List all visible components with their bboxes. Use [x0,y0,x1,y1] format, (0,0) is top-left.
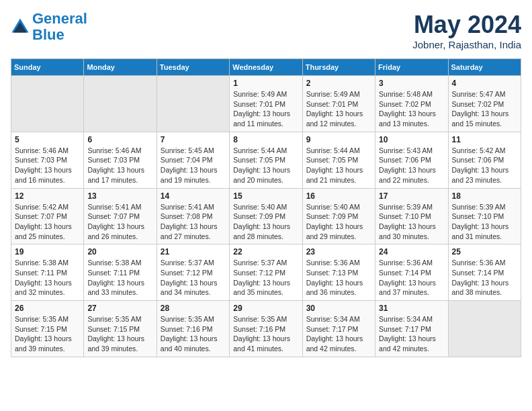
day-cell-3: 3Sunrise: 5:48 AM Sunset: 7:02 PM Daylig… [375,76,448,132]
day-cell-23: 23Sunrise: 5:36 AM Sunset: 7:13 PM Dayli… [302,244,375,301]
day-cell-13: 13Sunrise: 5:41 AM Sunset: 7:07 PM Dayli… [84,188,157,244]
day-number: 2 [306,79,371,88]
day-cell-28: 28Sunrise: 5:35 AM Sunset: 7:16 PM Dayli… [157,301,229,357]
calendar-week-4: 19Sunrise: 5:38 AM Sunset: 7:11 PM Dayli… [11,244,521,301]
day-info: Sunrise: 5:42 AM Sunset: 7:06 PM Dayligh… [452,146,517,185]
day-cell-2: 2Sunrise: 5:49 AM Sunset: 7:01 PM Daylig… [302,76,375,132]
day-info: Sunrise: 5:43 AM Sunset: 7:06 PM Dayligh… [379,146,444,185]
day-info: Sunrise: 5:45 AM Sunset: 7:04 PM Dayligh… [161,146,226,185]
day-info: Sunrise: 5:37 AM Sunset: 7:12 PM Dayligh… [233,258,298,298]
day-info: Sunrise: 5:34 AM Sunset: 7:17 PM Dayligh… [306,314,371,354]
day-number: 17 [379,191,444,201]
page-header: General Blue May 2024 Jobner, Rajasthan,… [11,11,521,50]
day-info: Sunrise: 5:48 AM Sunset: 7:02 PM Dayligh… [379,89,444,129]
day-info: Sunrise: 5:40 AM Sunset: 7:09 PM Dayligh… [233,202,298,242]
day-number: 28 [161,304,226,313]
calendar-table: SundayMondayTuesdayWednesdayThursdayFrid… [11,58,521,357]
day-info: Sunrise: 5:38 AM Sunset: 7:11 PM Dayligh… [87,258,152,298]
day-cell-27: 27Sunrise: 5:35 AM Sunset: 7:15 PM Dayli… [84,301,157,357]
day-number: 4 [452,79,517,88]
day-info: Sunrise: 5:36 AM Sunset: 7:14 PM Dayligh… [379,258,444,298]
logo-general: General [32,10,87,27]
day-cell-8: 8Sunrise: 5:44 AM Sunset: 7:05 PM Daylig… [230,132,302,188]
day-number: 21 [161,247,226,257]
empty-cell [84,76,157,132]
weekday-header-monday: Monday [84,59,157,76]
empty-cell [11,76,84,132]
day-cell-21: 21Sunrise: 5:37 AM Sunset: 7:12 PM Dayli… [157,244,229,301]
calendar-week-5: 26Sunrise: 5:35 AM Sunset: 7:15 PM Dayli… [11,301,521,357]
day-number: 24 [379,247,444,257]
day-info: Sunrise: 5:36 AM Sunset: 7:13 PM Dayligh… [306,258,371,298]
day-cell-18: 18Sunrise: 5:39 AM Sunset: 7:10 PM Dayli… [448,188,521,244]
month-title: May 2024 [412,11,521,39]
day-cell-4: 4Sunrise: 5:47 AM Sunset: 7:02 PM Daylig… [448,76,521,132]
calendar-week-2: 5Sunrise: 5:46 AM Sunset: 7:03 PM Daylig… [11,132,521,188]
day-number: 5 [15,135,80,144]
day-cell-17: 17Sunrise: 5:39 AM Sunset: 7:10 PM Dayli… [375,188,448,244]
day-number: 15 [233,191,298,201]
day-cell-16: 16Sunrise: 5:40 AM Sunset: 7:09 PM Dayli… [302,188,375,244]
weekday-header-tuesday: Tuesday [157,59,229,76]
day-cell-25: 25Sunrise: 5:36 AM Sunset: 7:14 PM Dayli… [448,244,521,301]
day-cell-29: 29Sunrise: 5:35 AM Sunset: 7:16 PM Dayli… [230,301,302,357]
location-title: Jobner, Rajasthan, India [412,39,521,50]
day-cell-5: 5Sunrise: 5:46 AM Sunset: 7:03 PM Daylig… [11,132,84,188]
day-cell-9: 9Sunrise: 5:44 AM Sunset: 7:05 PM Daylig… [302,132,375,188]
weekday-header-row: SundayMondayTuesdayWednesdayThursdayFrid… [11,59,521,76]
day-cell-20: 20Sunrise: 5:38 AM Sunset: 7:11 PM Dayli… [84,244,157,301]
day-cell-31: 31Sunrise: 5:34 AM Sunset: 7:17 PM Dayli… [375,301,448,357]
logo-blue: Blue [32,26,64,43]
day-number: 16 [306,191,371,201]
weekday-header-sunday: Sunday [11,59,84,76]
calendar-week-3: 12Sunrise: 5:42 AM Sunset: 7:07 PM Dayli… [11,188,521,244]
day-number: 22 [233,247,298,257]
day-number: 1 [233,79,298,88]
day-info: Sunrise: 5:36 AM Sunset: 7:14 PM Dayligh… [452,258,517,298]
day-cell-19: 19Sunrise: 5:38 AM Sunset: 7:11 PM Dayli… [11,244,84,301]
day-info: Sunrise: 5:49 AM Sunset: 7:01 PM Dayligh… [233,89,298,129]
day-info: Sunrise: 5:40 AM Sunset: 7:09 PM Dayligh… [306,202,371,242]
day-number: 23 [306,247,371,257]
day-info: Sunrise: 5:39 AM Sunset: 7:10 PM Dayligh… [452,202,517,242]
day-number: 29 [233,304,298,313]
day-info: Sunrise: 5:44 AM Sunset: 7:05 PM Dayligh… [306,146,371,185]
day-info: Sunrise: 5:39 AM Sunset: 7:10 PM Dayligh… [379,202,444,242]
day-cell-14: 14Sunrise: 5:41 AM Sunset: 7:08 PM Dayli… [157,188,229,244]
day-info: Sunrise: 5:42 AM Sunset: 7:07 PM Dayligh… [15,202,80,242]
day-number: 8 [233,135,298,144]
day-cell-10: 10Sunrise: 5:43 AM Sunset: 7:06 PM Dayli… [375,132,448,188]
day-info: Sunrise: 5:34 AM Sunset: 7:17 PM Dayligh… [379,314,444,354]
day-number: 6 [87,135,152,144]
day-cell-1: 1Sunrise: 5:49 AM Sunset: 7:01 PM Daylig… [230,76,302,132]
day-cell-30: 30Sunrise: 5:34 AM Sunset: 7:17 PM Dayli… [302,301,375,357]
day-number: 7 [161,135,226,144]
day-info: Sunrise: 5:41 AM Sunset: 7:07 PM Dayligh… [87,202,152,242]
day-cell-26: 26Sunrise: 5:35 AM Sunset: 7:15 PM Dayli… [11,301,84,357]
day-info: Sunrise: 5:46 AM Sunset: 7:03 PM Dayligh… [15,146,80,185]
day-info: Sunrise: 5:38 AM Sunset: 7:11 PM Dayligh… [15,258,80,298]
day-number: 20 [87,247,152,257]
day-info: Sunrise: 5:35 AM Sunset: 7:16 PM Dayligh… [233,314,298,354]
day-number: 27 [87,304,152,313]
weekday-header-friday: Friday [375,59,448,76]
day-cell-15: 15Sunrise: 5:40 AM Sunset: 7:09 PM Dayli… [230,188,302,244]
day-info: Sunrise: 5:35 AM Sunset: 7:16 PM Dayligh… [161,314,226,354]
day-number: 26 [15,304,80,313]
weekday-header-wednesday: Wednesday [230,59,302,76]
logo: General Blue [11,11,87,43]
day-info: Sunrise: 5:37 AM Sunset: 7:12 PM Dayligh… [161,258,226,298]
day-cell-11: 11Sunrise: 5:42 AM Sunset: 7:06 PM Dayli… [448,132,521,188]
day-number: 31 [379,304,444,313]
day-info: Sunrise: 5:35 AM Sunset: 7:15 PM Dayligh… [87,314,152,354]
day-info: Sunrise: 5:47 AM Sunset: 7:02 PM Dayligh… [452,89,517,129]
day-number: 18 [452,191,517,201]
day-info: Sunrise: 5:35 AM Sunset: 7:15 PM Dayligh… [15,314,80,354]
day-number: 9 [306,135,371,144]
title-block: May 2024 Jobner, Rajasthan, India [412,11,521,50]
day-number: 25 [452,247,517,257]
day-cell-6: 6Sunrise: 5:46 AM Sunset: 7:03 PM Daylig… [84,132,157,188]
empty-cell [157,76,229,132]
weekday-header-thursday: Thursday [302,59,375,76]
day-number: 14 [161,191,226,201]
